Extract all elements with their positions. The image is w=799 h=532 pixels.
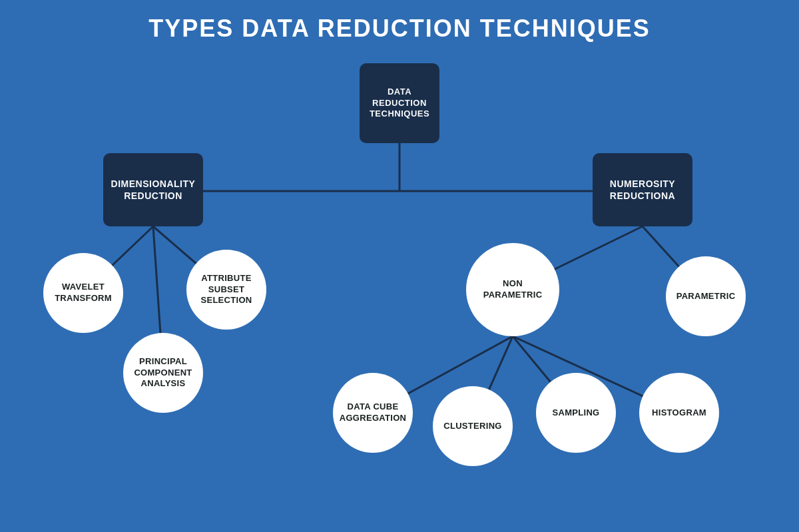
- sampling-circle: SAMPLING: [536, 373, 616, 453]
- histogram-circle: HISTOGRAM: [639, 373, 719, 453]
- numerosity-reduction-box: NUMEROSITYREDUCTIONA: [593, 153, 692, 226]
- non-parametric-circle: NONPARAMETRIC: [466, 243, 559, 336]
- pca-circle: PRINCIPALCOMPONENTANALYSIS: [123, 333, 203, 413]
- dimensionality-reduction-box: DIMENSIONALITYREDUCTION: [103, 153, 203, 226]
- page-title: TYPES DATA REDUCTION TECHNIQUES: [0, 0, 799, 43]
- wavelet-transform-circle: WAVELETTRANSFORM: [43, 253, 123, 333]
- parametric-circle: PARAMETRIC: [666, 256, 746, 336]
- root-box: DATAREDUCTIONTECHNIQUES: [360, 63, 439, 143]
- data-cube-aggregation-circle: DATA CUBEAGGREGATION: [333, 373, 413, 453]
- attribute-subset-circle: ATTRIBUTESUBSETSELECTION: [186, 250, 266, 330]
- clustering-circle: CLUSTERING: [433, 386, 513, 466]
